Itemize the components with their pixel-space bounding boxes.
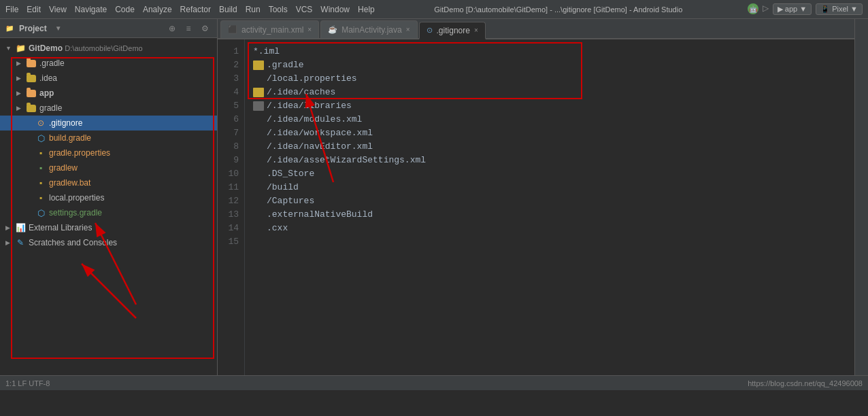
locate-button[interactable]: ⊕ [165, 22, 179, 35]
external-icon: 📊 [15, 222, 26, 233]
titlebar: File Edit View Navigate Code Analyze Ref… [0, 0, 868, 19]
tree-item-gradle2[interactable]: ▶ gradle [0, 101, 217, 116]
tab-activity-main-close[interactable]: × [307, 26, 312, 33]
menu-view[interactable]: View [49, 5, 67, 14]
gradlew-icon: ▪ [35, 162, 46, 173]
code-text-10: .DS_Store [267, 167, 314, 181]
main-layout: 📁 Project ▼ ⊕ ≡ ⚙ ▼ 📁 GitDemo D:\automob… [0, 19, 868, 375]
chevron-icon: ▷ [763, 3, 769, 15]
code-text-9: /.idea/assetWizardSettings.xml [267, 154, 426, 167]
menu-navigate[interactable]: Navigate [75, 5, 107, 14]
menu-bar: File Edit View Navigate Code Analyze Ref… [5, 5, 375, 14]
panel-actions: ⊕ ≡ ⚙ [165, 22, 212, 35]
status-url: https://blog.csdn.net/qq_42496008 [748, 379, 863, 387]
idea-label: .idea [39, 73, 57, 83]
gitignore-label: .gitignore [49, 118, 82, 128]
code-line-4: /.idea/caches [253, 86, 846, 99]
code-line-15 [253, 235, 846, 249]
app-arrow: ▶ [16, 90, 26, 97]
project-tree: ▼ 📁 GitDemo D:\automobile\GitDemo ▶ .gra… [0, 38, 217, 375]
idea-folder-icon [26, 73, 37, 84]
gradleprops-icon: ▪ [35, 148, 46, 158]
tree-item-gradlew[interactable]: ▪ gradlew [0, 160, 217, 175]
code-text-14: .cxx [267, 222, 288, 235]
code-editor[interactable]: *.iml .gradle /local.properties /.idea/c… [245, 39, 854, 375]
line-numbers: 1234 5678 9101112 131415 [218, 39, 245, 375]
buildgradle-icon: ⬡ [35, 133, 46, 143]
localprops-icon: ▪ [35, 192, 46, 203]
settingsgradle-icon: ⬡ [35, 207, 46, 218]
idea-arrow: ▶ [16, 75, 26, 82]
code-line-9: /.idea/assetWizardSettings.xml [253, 154, 846, 167]
code-text-6: /.idea/modules.xml [267, 113, 362, 126]
menu-window[interactable]: Window [320, 5, 350, 14]
tree-item-idea[interactable]: ▶ .idea [0, 71, 217, 86]
root-icon: 📁 [15, 43, 26, 54]
tree-item-scratches[interactable]: ▶ ✎ Scratches and Consoles [0, 235, 217, 250]
menu-tools[interactable]: Tools [269, 5, 288, 14]
tab-gitignore-close[interactable]: × [474, 27, 478, 34]
collapse-button[interactable]: ≡ [182, 22, 195, 35]
right-strip [854, 19, 868, 375]
tree-root[interactable]: ▼ 📁 GitDemo D:\automobile\GitDemo [0, 41, 217, 56]
menu-code[interactable]: Code [115, 5, 135, 14]
pixel-dropdown[interactable]: 📱 Pixel ▼ [816, 3, 863, 15]
gradle2-label: gradle [39, 103, 62, 113]
dropdown-arrow[interactable]: ▼ [55, 24, 62, 32]
editor-area: ⬛ activity_main.xml × ☕ MainActivity.jav… [218, 19, 854, 375]
tree-item-gradlewbat[interactable]: ▪ gradlew.bat [0, 175, 217, 190]
tree-item-gradle[interactable]: ▶ .gradle [0, 56, 217, 71]
external-label: External Libraries [29, 223, 92, 232]
gradlewbat-label: gradlew.bat [49, 178, 90, 188]
editor-content: 1234 5678 9101112 131415 *.iml .gradle /… [218, 39, 854, 375]
menu-analyze[interactable]: Analyze [143, 5, 172, 14]
scratches-label: Scratches and Consoles [29, 238, 117, 247]
app-dropdown[interactable]: ▶ app ▼ [773, 3, 812, 15]
tree-item-gitignore[interactable]: ⊙ .gitignore [0, 116, 217, 131]
folder-icon-4 [253, 88, 264, 97]
git-tab-icon: ⊙ [427, 26, 433, 35]
code-line-14: .cxx [253, 222, 846, 235]
code-text-2: .gradle [267, 58, 304, 72]
app-label: app [39, 88, 54, 98]
tree-item-gradleprops[interactable]: ▪ gradle.properties [0, 145, 217, 160]
gradle-folder-icon [26, 58, 37, 69]
code-line-8: /.idea/navEditor.xml [253, 140, 846, 154]
android-icon[interactable]: 🤖 [748, 3, 758, 14]
tree-item-external[interactable]: ▶ 📊 External Libraries [0, 220, 217, 235]
menu-refactor[interactable]: Refactor [180, 5, 211, 14]
code-text-3: /local.properties [267, 72, 357, 86]
code-text-12: /Captures [267, 194, 314, 208]
tree-item-settingsgradle[interactable]: ⬡ settings.gradle [0, 205, 217, 220]
gradle-label: .gradle [39, 58, 65, 68]
tab-mainactivity-label: MainActivity.java [341, 25, 401, 35]
code-line-11: /build [253, 181, 846, 194]
project-panel: 📁 Project ▼ ⊕ ≡ ⚙ ▼ 📁 GitDemo D:\automob… [0, 19, 218, 375]
code-line-1: *.iml [253, 45, 846, 58]
tab-gitignore[interactable]: ⊙ .gitignore × [419, 22, 486, 39]
xml-icon: ⬛ [228, 25, 237, 34]
gradlew-label: gradlew [49, 163, 78, 173]
tab-gitignore-label: .gitignore [437, 26, 470, 35]
menu-run[interactable]: Run [246, 5, 261, 14]
menu-file[interactable]: File [5, 5, 18, 14]
tree-item-buildgradle[interactable]: ⬡ build.gradle [0, 131, 217, 145]
project-panel-header: 📁 Project ▼ ⊕ ≡ ⚙ [0, 19, 217, 38]
tab-mainactivity[interactable]: ☕ MainActivity.java × [320, 20, 417, 38]
menu-help[interactable]: Help [358, 5, 375, 14]
java-icon: ☕ [328, 25, 337, 34]
menu-edit[interactable]: Edit [27, 5, 41, 14]
tab-activity-main-label: activity_main.xml [241, 25, 303, 35]
tab-mainactivity-close[interactable]: × [406, 26, 410, 33]
gradle2-folder-icon [26, 103, 37, 114]
menu-build[interactable]: Build [219, 5, 237, 14]
external-arrow: ▶ [5, 224, 15, 231]
settings-button[interactable]: ⚙ [198, 22, 212, 35]
tree-item-localprops[interactable]: ▪ local.properties [0, 190, 217, 205]
tab-activity-main[interactable]: ⬛ activity_main.xml × [220, 20, 319, 38]
gradleprops-label: gradle.properties [49, 148, 110, 158]
root-label: GitDemo D:\automobile\GitDemo [29, 44, 143, 53]
menu-vcs[interactable]: VCS [296, 5, 313, 14]
code-text-7: /.idea/workspace.xml [267, 126, 373, 140]
tree-item-app[interactable]: ▶ app [0, 86, 217, 101]
